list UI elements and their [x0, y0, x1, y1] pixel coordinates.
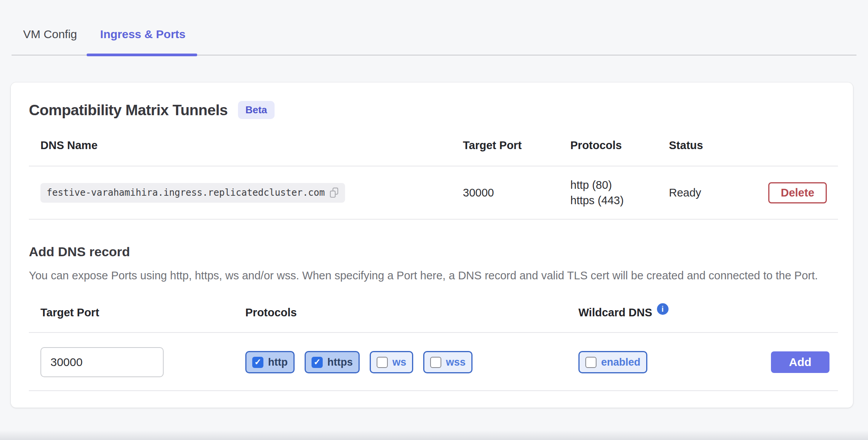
dns-name-text: festive-varahamihira.ingress.replicatedc…	[47, 187, 325, 198]
page-title: Compatibility Matrix Tunnels	[29, 102, 228, 119]
tunnels-panel: Compatibility Matrix Tunnels Beta DNS Na…	[11, 82, 853, 408]
protocols-cell: http (80) https (443)	[570, 177, 669, 208]
protocol-label-http: http	[268, 356, 288, 368]
tab-ingress-ports[interactable]: Ingress & Ports	[89, 0, 197, 55]
form-header-wildcard-dns: Wildcard DNS i	[578, 306, 771, 319]
target-port-cell: 30000	[463, 186, 570, 199]
protocol-line-https: https (443)	[570, 193, 669, 208]
checkbox-enabled-box: ✓	[585, 357, 597, 368]
dns-name-pill: festive-varahamihira.ingress.replicatedc…	[40, 183, 345, 203]
col-header-dns-name: DNS Name	[29, 139, 463, 152]
target-port-field-cell	[29, 347, 245, 377]
protocol-checkbox-ws[interactable]: ✓ ws	[370, 351, 413, 373]
add-dns-record-description: You can expose Ports using http, https, …	[29, 268, 838, 283]
table-row: festive-varahamihira.ingress.replicatedc…	[29, 166, 838, 220]
protocol-label-wss: wss	[446, 356, 466, 368]
form-header-target-port: Target Port	[29, 306, 245, 319]
tab-vm-config[interactable]: VM Config	[12, 0, 89, 55]
tab-bar: VM Config Ingress & Ports	[12, 0, 856, 55]
protocol-checkbox-https[interactable]: ✓ https	[305, 351, 360, 373]
dns-name-cell: festive-varahamihira.ingress.replicatedc…	[29, 183, 463, 203]
protocol-line-http: http (80)	[570, 177, 669, 193]
beta-badge: Beta	[238, 101, 274, 119]
col-header-protocols: Protocols	[570, 139, 669, 152]
wildcard-enabled-label: enabled	[601, 356, 640, 368]
add-button-cell: Add	[771, 351, 841, 373]
protocol-label-ws: ws	[392, 356, 406, 368]
wildcard-enabled-checkbox[interactable]: ✓ enabled	[578, 351, 647, 373]
protocol-checkbox-wss[interactable]: ✓ wss	[423, 351, 473, 373]
tunnels-table: DNS Name Target Port Protocols Status fe…	[29, 139, 838, 220]
copy-icon[interactable]	[329, 187, 339, 198]
add-dns-form-row: ✓ http ✓ https ✓ ws ✓ wss ✓ enabled A	[29, 333, 838, 391]
col-header-target-port: Target Port	[463, 139, 570, 152]
add-button[interactable]: Add	[771, 351, 829, 373]
protocol-checkbox-http[interactable]: ✓ http	[245, 351, 295, 373]
protocol-checkbox-group: ✓ http ✓ https ✓ ws ✓ wss	[245, 351, 578, 373]
checkbox-wss-box: ✓	[430, 357, 441, 368]
checkmark-icon: ✓	[313, 358, 320, 366]
checkbox-https-box: ✓	[312, 357, 323, 368]
checkbox-http-box: ✓	[252, 357, 263, 368]
table-header-row: DNS Name Target Port Protocols Status	[29, 139, 838, 166]
col-header-status: Status	[669, 139, 761, 152]
row-actions: Delete	[768, 182, 838, 203]
form-header-protocols: Protocols	[245, 306, 578, 319]
status-cell: Ready	[669, 186, 761, 199]
target-port-input[interactable]	[40, 347, 164, 377]
add-dns-record-heading: Add DNS record	[29, 244, 838, 259]
wildcard-dns-cell: ✓ enabled	[578, 351, 771, 373]
info-icon[interactable]: i	[657, 303, 669, 315]
protocol-label-https: https	[327, 356, 353, 368]
checkbox-ws-box: ✓	[377, 357, 388, 368]
form-header-row: Target Port Protocols Wildcard DNS i	[29, 306, 838, 333]
delete-button[interactable]: Delete	[768, 182, 827, 203]
wildcard-dns-label: Wildcard DNS	[578, 306, 652, 319]
panel-title-row: Compatibility Matrix Tunnels Beta	[29, 101, 838, 119]
checkmark-icon: ✓	[254, 358, 261, 366]
